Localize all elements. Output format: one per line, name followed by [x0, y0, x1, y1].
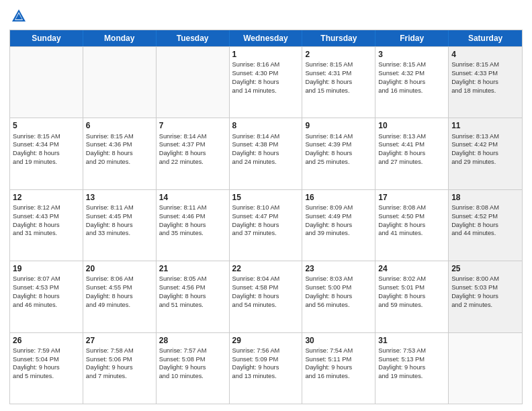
calendar-cell: 11Sunrise: 8:13 AM Sunset: 4:42 PM Dayli… — [449, 118, 522, 189]
day-number: 31 — [378, 335, 445, 346]
calendar-cell: 7Sunrise: 8:14 AM Sunset: 4:37 PM Daylig… — [157, 118, 230, 189]
cell-content: Sunrise: 8:15 AM Sunset: 4:34 PM Dayligh… — [13, 132, 80, 167]
day-number: 21 — [159, 263, 226, 274]
cell-content: Sunrise: 7:53 AM Sunset: 5:13 PM Dayligh… — [378, 347, 445, 381]
calendar-cell — [83, 47, 157, 118]
header-day-wednesday: Wednesday — [230, 30, 303, 46]
cell-content: Sunrise: 7:56 AM Sunset: 5:09 PM Dayligh… — [232, 347, 300, 381]
day-number: 18 — [451, 192, 519, 203]
cell-content: Sunrise: 8:00 AM Sunset: 5:03 PM Dayligh… — [451, 275, 519, 309]
calendar-cell: 8Sunrise: 8:14 AM Sunset: 4:38 PM Daylig… — [230, 118, 303, 189]
calendar-body: 1Sunrise: 8:16 AM Sunset: 4:30 PM Daylig… — [10, 46, 522, 404]
cell-content: Sunrise: 8:08 AM Sunset: 4:52 PM Dayligh… — [451, 203, 519, 238]
calendar-cell: 2Sunrise: 8:15 AM Sunset: 4:31 PM Daylig… — [302, 47, 375, 118]
day-number: 29 — [232, 335, 300, 346]
day-number: 10 — [378, 120, 445, 131]
cell-content: Sunrise: 8:08 AM Sunset: 4:50 PM Dayligh… — [378, 203, 445, 238]
calendar-cell: 14Sunrise: 8:11 AM Sunset: 4:46 PM Dayli… — [157, 190, 230, 261]
cell-content: Sunrise: 8:11 AM Sunset: 4:45 PM Dayligh… — [86, 203, 153, 238]
calendar-cell: 30Sunrise: 7:54 AM Sunset: 5:11 PM Dayli… — [302, 333, 375, 404]
day-number: 3 — [378, 49, 445, 60]
calendar-cell: 29Sunrise: 7:56 AM Sunset: 5:09 PM Dayli… — [230, 333, 303, 404]
logo — [9, 7, 31, 26]
cell-content: Sunrise: 7:57 AM Sunset: 5:08 PM Dayligh… — [159, 347, 226, 381]
day-number: 11 — [451, 120, 519, 131]
cell-content: Sunrise: 7:59 AM Sunset: 5:04 PM Dayligh… — [13, 347, 80, 381]
calendar-cell: 13Sunrise: 8:11 AM Sunset: 4:45 PM Dayli… — [83, 190, 157, 261]
calendar-row-4: 19Sunrise: 8:07 AM Sunset: 4:53 PM Dayli… — [10, 261, 522, 332]
calendar-cell: 18Sunrise: 8:08 AM Sunset: 4:52 PM Dayli… — [449, 190, 522, 261]
calendar-cell: 15Sunrise: 8:10 AM Sunset: 4:47 PM Dayli… — [230, 190, 303, 261]
header-day-thursday: Thursday — [302, 30, 375, 46]
day-number: 9 — [305, 120, 372, 131]
calendar-cell: 21Sunrise: 8:05 AM Sunset: 4:56 PM Dayli… — [157, 261, 230, 332]
cell-content: Sunrise: 8:15 AM Sunset: 4:36 PM Dayligh… — [86, 132, 153, 167]
day-number: 30 — [305, 335, 372, 346]
day-number: 15 — [232, 192, 300, 203]
calendar-row-3: 12Sunrise: 8:12 AM Sunset: 4:43 PM Dayli… — [10, 189, 522, 261]
calendar-cell — [449, 333, 522, 404]
cell-content: Sunrise: 8:09 AM Sunset: 4:49 PM Dayligh… — [305, 203, 372, 238]
calendar-header-row: SundayMondayTuesdayWednesdayThursdayFrid… — [10, 30, 522, 46]
cell-content: Sunrise: 8:15 AM Sunset: 4:32 PM Dayligh… — [378, 60, 445, 95]
day-number: 14 — [159, 192, 226, 203]
header-day-friday: Friday — [375, 30, 449, 46]
day-number: 25 — [451, 263, 519, 274]
cell-content: Sunrise: 8:12 AM Sunset: 4:43 PM Dayligh… — [13, 203, 80, 238]
calendar-cell: 27Sunrise: 7:58 AM Sunset: 5:06 PM Dayli… — [83, 333, 157, 404]
header-day-sunday: Sunday — [10, 30, 83, 46]
cell-content: Sunrise: 8:13 AM Sunset: 4:41 PM Dayligh… — [378, 132, 445, 167]
calendar-cell: 19Sunrise: 8:07 AM Sunset: 4:53 PM Dayli… — [10, 261, 83, 332]
cell-content: Sunrise: 8:13 AM Sunset: 4:42 PM Dayligh… — [451, 132, 519, 167]
calendar-cell: 3Sunrise: 8:15 AM Sunset: 4:32 PM Daylig… — [375, 47, 449, 118]
cell-content: Sunrise: 7:58 AM Sunset: 5:06 PM Dayligh… — [86, 347, 153, 381]
calendar-cell: 16Sunrise: 8:09 AM Sunset: 4:49 PM Dayli… — [302, 190, 375, 261]
day-number: 8 — [232, 120, 300, 131]
day-number: 13 — [86, 192, 153, 203]
cell-content: Sunrise: 8:16 AM Sunset: 4:30 PM Dayligh… — [232, 60, 300, 95]
cell-content: Sunrise: 8:15 AM Sunset: 4:31 PM Dayligh… — [305, 60, 372, 95]
header-day-monday: Monday — [83, 30, 157, 46]
calendar-cell: 17Sunrise: 8:08 AM Sunset: 4:50 PM Dayli… — [375, 190, 449, 261]
cell-content: Sunrise: 8:04 AM Sunset: 4:58 PM Dayligh… — [232, 275, 300, 309]
cell-content: Sunrise: 8:06 AM Sunset: 4:55 PM Dayligh… — [86, 275, 153, 309]
cell-content: Sunrise: 8:15 AM Sunset: 4:33 PM Dayligh… — [451, 60, 519, 95]
day-number: 28 — [159, 335, 226, 346]
calendar-cell: 22Sunrise: 8:04 AM Sunset: 4:58 PM Dayli… — [230, 261, 303, 332]
calendar-row-5: 26Sunrise: 7:59 AM Sunset: 5:04 PM Dayli… — [10, 332, 522, 404]
page: SundayMondayTuesdayWednesdayThursdayFrid… — [0, 0, 532, 411]
cell-content: Sunrise: 8:05 AM Sunset: 4:56 PM Dayligh… — [159, 275, 226, 309]
day-number: 20 — [86, 263, 153, 274]
cell-content: Sunrise: 8:02 AM Sunset: 5:01 PM Dayligh… — [378, 275, 445, 309]
logo-icon — [9, 7, 28, 26]
cell-content: Sunrise: 8:07 AM Sunset: 4:53 PM Dayligh… — [13, 275, 80, 309]
day-number: 12 — [13, 192, 80, 203]
day-number: 5 — [13, 120, 80, 131]
calendar-cell: 24Sunrise: 8:02 AM Sunset: 5:01 PM Dayli… — [375, 261, 449, 332]
day-number: 2 — [305, 49, 372, 60]
day-number: 24 — [378, 263, 445, 274]
calendar-cell: 26Sunrise: 7:59 AM Sunset: 5:04 PM Dayli… — [10, 333, 83, 404]
cell-content: Sunrise: 7:54 AM Sunset: 5:11 PM Dayligh… — [305, 347, 372, 381]
calendar-cell: 9Sunrise: 8:14 AM Sunset: 4:39 PM Daylig… — [302, 118, 375, 189]
calendar-cell: 6Sunrise: 8:15 AM Sunset: 4:36 PM Daylig… — [83, 118, 157, 189]
calendar-row-1: 1Sunrise: 8:16 AM Sunset: 4:30 PM Daylig… — [10, 46, 522, 118]
day-number: 17 — [378, 192, 445, 203]
cell-content: Sunrise: 8:14 AM Sunset: 4:38 PM Dayligh… — [232, 132, 300, 167]
day-number: 1 — [232, 49, 300, 60]
cell-content: Sunrise: 8:11 AM Sunset: 4:46 PM Dayligh… — [159, 203, 226, 238]
day-number: 19 — [13, 263, 80, 274]
calendar-cell: 25Sunrise: 8:00 AM Sunset: 5:03 PM Dayli… — [449, 261, 522, 332]
day-number: 7 — [159, 120, 226, 131]
day-number: 26 — [13, 335, 80, 346]
calendar-cell: 31Sunrise: 7:53 AM Sunset: 5:13 PM Dayli… — [375, 333, 449, 404]
day-number: 23 — [305, 263, 372, 274]
calendar-cell: 10Sunrise: 8:13 AM Sunset: 4:41 PM Dayli… — [375, 118, 449, 189]
header-day-tuesday: Tuesday — [157, 30, 230, 46]
day-number: 4 — [451, 49, 519, 60]
header — [9, 7, 523, 26]
day-number: 6 — [86, 120, 153, 131]
calendar-cell: 20Sunrise: 8:06 AM Sunset: 4:55 PM Dayli… — [83, 261, 157, 332]
calendar-row-2: 5Sunrise: 8:15 AM Sunset: 4:34 PM Daylig… — [10, 118, 522, 189]
cell-content: Sunrise: 8:10 AM Sunset: 4:47 PM Dayligh… — [232, 203, 300, 238]
